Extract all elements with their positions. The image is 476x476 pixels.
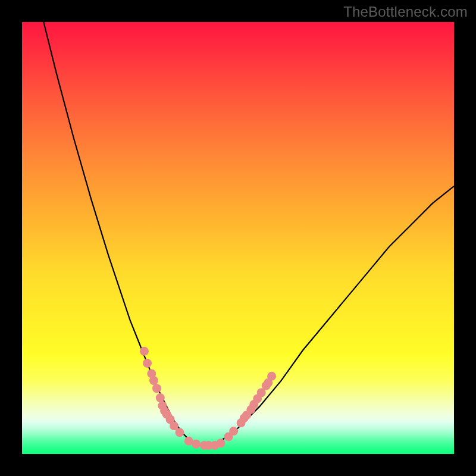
- plot-area: [22, 22, 454, 454]
- curve-marker: [143, 359, 152, 368]
- curve-marker: [267, 372, 276, 381]
- curve-marker: [175, 428, 184, 437]
- curve-marker: [216, 439, 225, 447]
- watermark-text: TheBottleneck.com: [343, 4, 468, 20]
- curve-marker: [152, 384, 161, 393]
- curve-marker: [156, 393, 165, 402]
- curve-markers-group: [140, 347, 276, 450]
- curve-marker: [229, 427, 238, 436]
- curve-marker: [140, 347, 149, 356]
- bottleneck-curve-svg: [22, 22, 454, 454]
- chart-frame: TheBottleneck.com: [0, 0, 476, 476]
- curve-marker: [192, 440, 201, 449]
- bottleneck-curve-path: [43, 22, 454, 445]
- curve-marker: [149, 376, 158, 385]
